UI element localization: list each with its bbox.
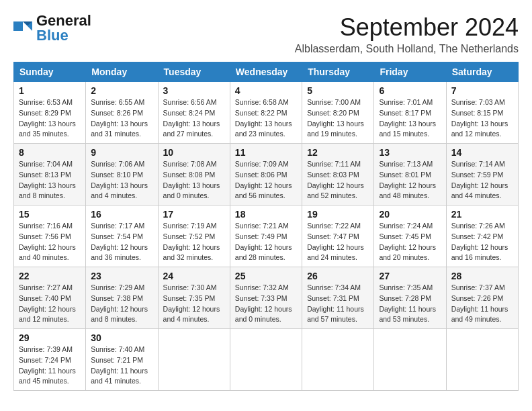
calendar-cell: 4Sunrise: 6:58 AM Sunset: 8:22 PM Daylig… (230, 82, 302, 144)
calendar-cell: 6Sunrise: 7:01 AM Sunset: 8:17 PM Daylig… (374, 82, 446, 144)
calendar-cell: 16Sunrise: 7:17 AM Sunset: 7:54 PM Dayli… (86, 205, 158, 267)
day-number: 19 (307, 209, 369, 220)
logo-text: General Blue (36, 13, 91, 43)
header-sunday: Sunday (14, 62, 86, 82)
title-area: September 2024 Alblasserdam, South Holla… (295, 13, 519, 55)
calendar-week-1: 1Sunrise: 6:53 AM Sunset: 8:29 PM Daylig… (14, 82, 519, 144)
day-info: Sunrise: 7:22 AM Sunset: 7:47 PM Dayligh… (307, 221, 369, 263)
day-number: 10 (163, 147, 225, 158)
calendar-cell (302, 329, 374, 391)
logo-icon (13, 19, 35, 38)
day-info: Sunrise: 7:39 AM Sunset: 7:24 PM Dayligh… (19, 345, 81, 387)
day-number: 4 (235, 85, 297, 96)
calendar-cell: 12Sunrise: 7:11 AM Sunset: 8:03 PM Dayli… (302, 144, 374, 205)
header-monday: Monday (86, 62, 158, 82)
day-info: Sunrise: 7:32 AM Sunset: 7:33 PM Dayligh… (235, 283, 297, 325)
calendar-cell: 25Sunrise: 7:32 AM Sunset: 7:33 PM Dayli… (230, 267, 302, 329)
day-info: Sunrise: 7:29 AM Sunset: 7:38 PM Dayligh… (91, 283, 152, 325)
day-number: 30 (91, 332, 152, 343)
day-info: Sunrise: 7:27 AM Sunset: 7:40 PM Dayligh… (19, 283, 81, 325)
calendar-cell: 30Sunrise: 7:40 AM Sunset: 7:21 PM Dayli… (86, 329, 158, 391)
day-number: 3 (163, 85, 225, 96)
day-info: Sunrise: 7:16 AM Sunset: 7:56 PM Dayligh… (19, 221, 81, 263)
svg-rect-0 (13, 21, 23, 31)
day-number: 5 (307, 85, 369, 96)
calendar-cell: 11Sunrise: 7:09 AM Sunset: 8:06 PM Dayli… (230, 144, 302, 205)
day-number: 12 (307, 147, 369, 158)
day-info: Sunrise: 7:00 AM Sunset: 8:20 PM Dayligh… (307, 97, 369, 140)
day-number: 14 (451, 147, 513, 158)
month-title: September 2024 (295, 13, 519, 42)
header-wednesday: Wednesday (230, 62, 302, 82)
calendar-cell: 10Sunrise: 7:08 AM Sunset: 8:08 PM Dayli… (158, 144, 230, 205)
calendar-cell: 28Sunrise: 7:37 AM Sunset: 7:26 PM Dayli… (446, 267, 518, 329)
calendar-cell: 8Sunrise: 7:04 AM Sunset: 8:13 PM Daylig… (14, 144, 86, 205)
day-number: 6 (379, 85, 441, 96)
day-info: Sunrise: 7:09 AM Sunset: 8:06 PM Dayligh… (235, 159, 297, 201)
day-info: Sunrise: 7:34 AM Sunset: 7:31 PM Dayligh… (307, 283, 369, 325)
calendar-week-3: 15Sunrise: 7:16 AM Sunset: 7:56 PM Dayli… (14, 205, 519, 267)
calendar-cell (374, 329, 446, 391)
day-number: 20 (379, 209, 441, 220)
day-number: 21 (451, 209, 513, 220)
day-info: Sunrise: 7:30 AM Sunset: 7:35 PM Dayligh… (163, 283, 225, 325)
day-number: 1 (19, 85, 81, 96)
day-info: Sunrise: 6:55 AM Sunset: 8:26 PM Dayligh… (91, 97, 152, 140)
day-info: Sunrise: 6:58 AM Sunset: 8:22 PM Dayligh… (235, 97, 297, 140)
calendar-cell: 26Sunrise: 7:34 AM Sunset: 7:31 PM Dayli… (302, 267, 374, 329)
calendar-cell: 15Sunrise: 7:16 AM Sunset: 7:56 PM Dayli… (14, 205, 86, 267)
day-number: 16 (91, 209, 152, 220)
day-info: Sunrise: 6:56 AM Sunset: 8:24 PM Dayligh… (163, 97, 225, 140)
calendar-week-4: 22Sunrise: 7:27 AM Sunset: 7:40 PM Dayli… (14, 267, 519, 329)
calendar-cell: 1Sunrise: 6:53 AM Sunset: 8:29 PM Daylig… (14, 82, 86, 144)
header-thursday: Thursday (302, 62, 374, 82)
day-info: Sunrise: 6:53 AM Sunset: 8:29 PM Dayligh… (19, 97, 81, 140)
day-info: Sunrise: 7:08 AM Sunset: 8:08 PM Dayligh… (163, 159, 225, 201)
calendar-cell: 9Sunrise: 7:06 AM Sunset: 8:10 PM Daylig… (86, 144, 158, 205)
day-number: 13 (379, 147, 441, 158)
header-tuesday: Tuesday (158, 62, 230, 82)
calendar-cell: 29Sunrise: 7:39 AM Sunset: 7:24 PM Dayli… (14, 329, 86, 391)
day-number: 29 (19, 332, 81, 343)
day-number: 24 (163, 271, 225, 281)
calendar-cell: 2Sunrise: 6:55 AM Sunset: 8:26 PM Daylig… (86, 82, 158, 144)
day-number: 17 (163, 209, 225, 220)
day-info: Sunrise: 7:37 AM Sunset: 7:26 PM Dayligh… (451, 283, 513, 325)
calendar-cell: 22Sunrise: 7:27 AM Sunset: 7:40 PM Dayli… (14, 267, 86, 329)
calendar-cell: 20Sunrise: 7:24 AM Sunset: 7:45 PM Dayli… (374, 205, 446, 267)
day-number: 15 (19, 209, 81, 220)
day-info: Sunrise: 7:17 AM Sunset: 7:54 PM Dayligh… (91, 221, 152, 263)
calendar-cell (230, 329, 302, 391)
header-friday: Friday (374, 62, 446, 82)
calendar-cell: 18Sunrise: 7:21 AM Sunset: 7:49 PM Dayli… (230, 205, 302, 267)
day-number: 18 (235, 209, 297, 220)
day-info: Sunrise: 7:03 AM Sunset: 8:15 PM Dayligh… (451, 97, 513, 140)
calendar-week-2: 8Sunrise: 7:04 AM Sunset: 8:13 PM Daylig… (14, 144, 519, 205)
day-info: Sunrise: 7:06 AM Sunset: 8:10 PM Dayligh… (91, 159, 152, 201)
day-info: Sunrise: 7:19 AM Sunset: 7:52 PM Dayligh… (163, 221, 225, 263)
calendar-cell: 23Sunrise: 7:29 AM Sunset: 7:38 PM Dayli… (86, 267, 158, 329)
header-saturday: Saturday (446, 62, 518, 82)
day-number: 22 (19, 271, 81, 281)
day-info: Sunrise: 7:13 AM Sunset: 8:01 PM Dayligh… (379, 159, 441, 201)
day-info: Sunrise: 7:35 AM Sunset: 7:28 PM Dayligh… (379, 283, 441, 325)
day-info: Sunrise: 7:24 AM Sunset: 7:45 PM Dayligh… (379, 221, 441, 263)
day-number: 7 (451, 85, 513, 96)
calendar-cell: 5Sunrise: 7:00 AM Sunset: 8:20 PM Daylig… (302, 82, 374, 144)
calendar-cell: 21Sunrise: 7:26 AM Sunset: 7:42 PM Dayli… (446, 205, 518, 267)
calendar-table: SundayMondayTuesdayWednesdayThursdayFrid… (13, 62, 519, 391)
day-number: 26 (307, 271, 369, 281)
page-header: General Blue September 2024 Alblasserdam… (13, 13, 519, 55)
day-info: Sunrise: 7:21 AM Sunset: 7:49 PM Dayligh… (235, 221, 297, 263)
day-number: 23 (91, 271, 152, 281)
calendar-cell: 7Sunrise: 7:03 AM Sunset: 8:15 PM Daylig… (446, 82, 518, 144)
calendar-cell: 3Sunrise: 6:56 AM Sunset: 8:24 PM Daylig… (158, 82, 230, 144)
calendar-cell (158, 329, 230, 391)
calendar-cell: 27Sunrise: 7:35 AM Sunset: 7:28 PM Dayli… (374, 267, 446, 329)
location-title: Alblasserdam, South Holland, The Netherl… (295, 43, 519, 55)
calendar-cell: 24Sunrise: 7:30 AM Sunset: 7:35 PM Dayli… (158, 267, 230, 329)
day-number: 2 (91, 85, 152, 96)
day-number: 8 (19, 147, 81, 158)
day-number: 27 (379, 271, 441, 281)
day-info: Sunrise: 7:01 AM Sunset: 8:17 PM Dayligh… (379, 97, 441, 140)
